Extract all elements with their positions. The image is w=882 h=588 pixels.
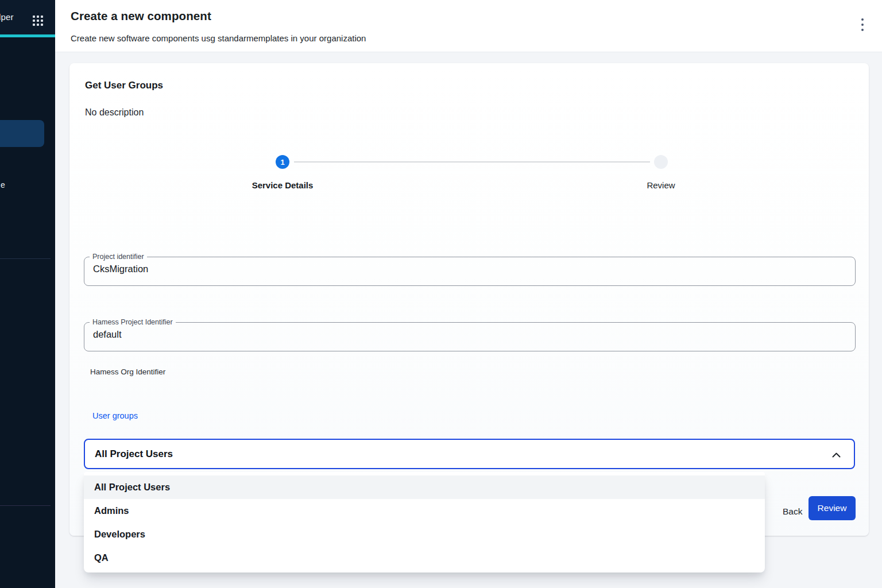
project-identifier-label: Project identifier [90,253,147,261]
apps-grid-icon[interactable] [33,16,43,26]
review-button[interactable]: Review [808,496,856,520]
card-title: Get User Groups [85,80,163,91]
card-description: No description [85,107,144,118]
user-groups-dropdown: All Project Users Admins Developers QA [84,472,765,572]
page-subtitle: Create new software components usg stand… [71,33,366,43]
harness-project-identifier-label: Hamess Project Identifier [90,318,176,326]
user-groups-link[interactable]: User groups [92,411,138,420]
page-header: Create a new component Create new softwa… [55,0,882,52]
chevron-up-icon [831,450,841,461]
sidebar-brand-text: lper [0,12,14,22]
kebab-menu-icon[interactable] [857,18,868,32]
step-1-number: 1 [280,158,284,167]
sidebar-item-label: e [1,180,5,189]
harness-project-identifier-value[interactable]: default [84,326,855,340]
step-2-indicator[interactable] [654,155,668,169]
dropdown-option-all-project-users[interactable]: All Project Users [84,475,765,499]
step-2-label: Review [647,180,675,190]
sidebar-header: lper [0,0,55,34]
step-1-label: Service Details [252,180,314,190]
stepper-connector [294,161,650,163]
org-identifier-label: Hamess Org Identifier [90,368,165,376]
accent-bar [0,34,55,37]
back-button[interactable]: Back [775,501,810,523]
sidebar: lper e [0,0,55,588]
user-groups-select[interactable]: All Project Users [84,439,855,469]
select-value: All Project Users [85,448,173,460]
project-identifier-field[interactable]: Project identifier CksMigration [84,253,856,286]
sidebar-active-item[interactable] [0,120,44,147]
dropdown-option-admins[interactable]: Admins [84,499,765,523]
dropdown-option-qa[interactable]: QA [84,546,765,570]
project-identifier-value[interactable]: CksMigration [84,261,855,274]
dropdown-option-developers[interactable]: Developers [84,523,765,546]
sidebar-divider [0,505,51,506]
page-title: Create a new component [71,9,211,23]
harness-project-identifier-field[interactable]: Hamess Project Identifier default [84,318,856,351]
step-1-indicator[interactable]: 1 [276,155,289,169]
sidebar-divider [0,258,51,259]
template-card: Get User Groups No description 1 Service… [69,63,869,536]
